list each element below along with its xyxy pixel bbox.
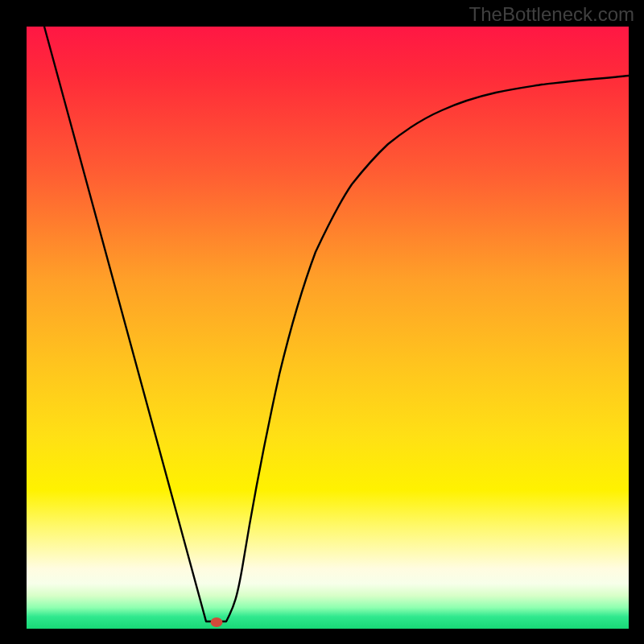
curve-path <box>44 27 629 621</box>
chart-frame: TheBottleneck.com <box>0 0 644 644</box>
valley-marker <box>211 617 223 627</box>
watermark-text: TheBottleneck.com <box>469 3 634 26</box>
bottleneck-curve <box>27 27 629 629</box>
plot-area <box>27 27 629 629</box>
